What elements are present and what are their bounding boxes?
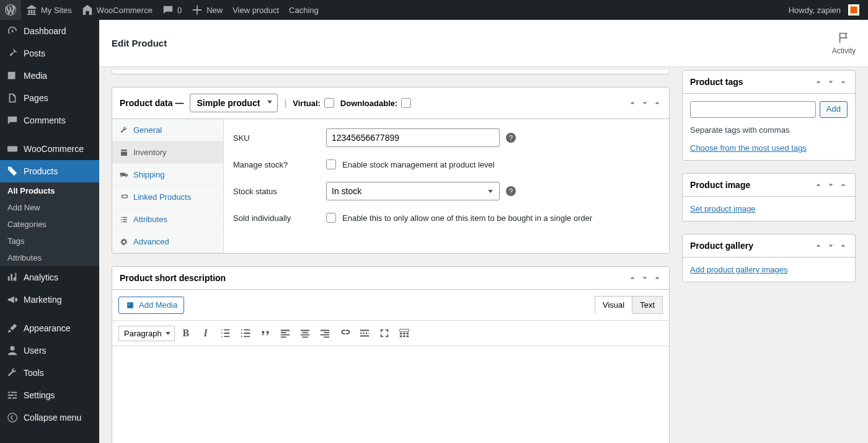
comment-icon bbox=[162, 4, 174, 16]
submenu-products: All Products Add New Categories Tags Att… bbox=[0, 182, 99, 266]
menu-woocommerce[interactable]: WooCommerce bbox=[0, 138, 99, 160]
activity-button[interactable]: Activity bbox=[832, 31, 856, 55]
insert-more-button[interactable] bbox=[356, 324, 373, 342]
tab-inventory[interactable]: Inventory bbox=[112, 141, 223, 164]
editor-body[interactable] bbox=[112, 346, 669, 443]
tab-shipping[interactable]: Shipping bbox=[112, 164, 223, 186]
submenu-categories[interactable]: Categories bbox=[0, 216, 99, 233]
bullet-list-button[interactable] bbox=[217, 324, 234, 342]
menu-users[interactable]: Users bbox=[0, 339, 99, 362]
toggle-icon[interactable] bbox=[653, 99, 662, 107]
toggle-icon[interactable] bbox=[839, 241, 848, 250]
account-link[interactable]: Howdy, zapien bbox=[784, 0, 864, 20]
product-data-box: Product data — Simple product | Virtual:… bbox=[112, 87, 670, 254]
plus-icon bbox=[192, 4, 203, 16]
format-select[interactable]: Paragraph bbox=[118, 326, 175, 341]
manage-stock-label: Manage stock? bbox=[233, 160, 326, 169]
view-product-link[interactable]: View product bbox=[228, 0, 284, 20]
align-center-button[interactable] bbox=[296, 324, 314, 342]
menu-comments[interactable]: Comments bbox=[0, 109, 99, 132]
tab-attributes[interactable]: Attributes bbox=[112, 208, 223, 231]
menu-comments-label: Comments bbox=[24, 115, 66, 125]
menu-posts-label: Posts bbox=[24, 48, 45, 58]
short-description-box: Product short description Add Media Visu… bbox=[112, 266, 670, 443]
move-down-icon[interactable] bbox=[640, 99, 649, 107]
help-icon[interactable]: ? bbox=[506, 133, 516, 143]
link-button[interactable] bbox=[336, 324, 353, 342]
menu-tools[interactable]: Tools bbox=[0, 362, 99, 384]
pin-icon bbox=[7, 48, 18, 59]
move-up-icon[interactable] bbox=[628, 274, 637, 282]
manage-stock-checkbox[interactable] bbox=[326, 159, 336, 169]
toolbar-toggle-button[interactable] bbox=[396, 324, 413, 342]
toggle-icon[interactable] bbox=[653, 274, 662, 282]
visual-tab[interactable]: Visual bbox=[595, 296, 632, 314]
move-down-icon[interactable] bbox=[826, 241, 835, 250]
submenu-tags[interactable]: Tags bbox=[0, 233, 99, 249]
new-link[interactable]: New bbox=[187, 0, 228, 20]
quote-button[interactable] bbox=[257, 324, 274, 342]
tab-advanced[interactable]: Advanced bbox=[112, 231, 223, 253]
move-up-icon[interactable] bbox=[814, 181, 823, 189]
activity-label: Activity bbox=[832, 47, 856, 55]
stock-status-select[interactable]: In stock bbox=[326, 182, 500, 200]
align-right-button[interactable] bbox=[316, 324, 334, 342]
menu-appearance[interactable]: Appearance bbox=[0, 317, 99, 339]
main-content: Edit Product Activity Product data — Sim… bbox=[99, 20, 868, 443]
menu-media[interactable]: Media bbox=[0, 65, 99, 87]
menu-posts[interactable]: Posts bbox=[0, 42, 99, 65]
menu-pages-label: Pages bbox=[24, 93, 48, 103]
menu-marketing[interactable]: Marketing bbox=[0, 289, 99, 311]
product-type-select[interactable]: Simple product bbox=[190, 94, 278, 112]
toggle-icon[interactable] bbox=[839, 78, 848, 86]
add-gallery-images-link[interactable]: Add product gallery images bbox=[690, 265, 848, 274]
sold-individually-checkbox[interactable] bbox=[326, 213, 336, 223]
move-up-icon[interactable] bbox=[814, 241, 823, 250]
caching-link[interactable]: Caching bbox=[284, 0, 324, 20]
align-left-button[interactable] bbox=[277, 324, 294, 342]
downloadable-checkbox[interactable] bbox=[401, 98, 411, 108]
tags-input[interactable] bbox=[690, 101, 816, 118]
submenu-add-new[interactable]: Add New bbox=[0, 199, 99, 216]
tab-linked[interactable]: Linked Products bbox=[112, 186, 223, 208]
sites-icon bbox=[26, 4, 37, 16]
number-list-button[interactable] bbox=[237, 324, 254, 342]
site-name-link[interactable]: WooCommerce bbox=[77, 0, 157, 20]
howdy-label: Howdy, zapien bbox=[789, 6, 841, 15]
toggle-icon[interactable] bbox=[839, 181, 848, 189]
comments-link[interactable]: 0 bbox=[157, 0, 187, 20]
stock-status-value: In stock bbox=[332, 186, 361, 196]
add-media-button[interactable]: Add Media bbox=[118, 297, 184, 314]
truck-icon bbox=[120, 171, 128, 179]
text-tab[interactable]: Text bbox=[632, 296, 663, 314]
set-product-image-link[interactable]: Set product image bbox=[690, 204, 848, 213]
product-tags-box: Product tags Add Separate tags with comm… bbox=[682, 70, 856, 161]
tab-general[interactable]: General bbox=[112, 119, 223, 141]
choose-tags-link[interactable]: Choose from the most used tags bbox=[690, 143, 848, 153]
add-tag-button[interactable]: Add bbox=[820, 101, 848, 118]
submenu-attributes[interactable]: Attributes bbox=[0, 249, 99, 266]
help-icon[interactable]: ? bbox=[506, 186, 516, 196]
move-down-icon[interactable] bbox=[826, 181, 835, 189]
menu-settings[interactable]: Settings bbox=[0, 384, 99, 406]
wp-logo[interactable] bbox=[0, 0, 21, 20]
submenu-all-products[interactable]: All Products bbox=[0, 182, 99, 199]
move-down-icon[interactable] bbox=[640, 274, 649, 282]
fullscreen-button[interactable] bbox=[376, 324, 393, 342]
bold-button[interactable]: B bbox=[177, 324, 195, 342]
menu-products[interactable]: Products bbox=[0, 160, 99, 182]
my-sites-link[interactable]: My Sites bbox=[21, 0, 77, 20]
italic-button[interactable]: I bbox=[197, 324, 215, 342]
svg-rect-6 bbox=[406, 333, 409, 334]
menu-pages[interactable]: Pages bbox=[0, 87, 99, 109]
virtual-checkbox[interactable] bbox=[324, 98, 334, 108]
move-up-icon[interactable] bbox=[628, 99, 637, 107]
menu-dashboard[interactable]: Dashboard bbox=[0, 20, 99, 42]
move-up-icon[interactable] bbox=[814, 78, 823, 86]
sku-input[interactable] bbox=[326, 128, 500, 147]
product-image-box: Product image Set product image bbox=[682, 173, 856, 222]
move-down-icon[interactable] bbox=[826, 78, 835, 86]
menu-analytics[interactable]: Analytics bbox=[0, 266, 99, 289]
menu-products-label: Products bbox=[24, 166, 58, 176]
menu-collapse[interactable]: Collapse menu bbox=[0, 406, 99, 429]
